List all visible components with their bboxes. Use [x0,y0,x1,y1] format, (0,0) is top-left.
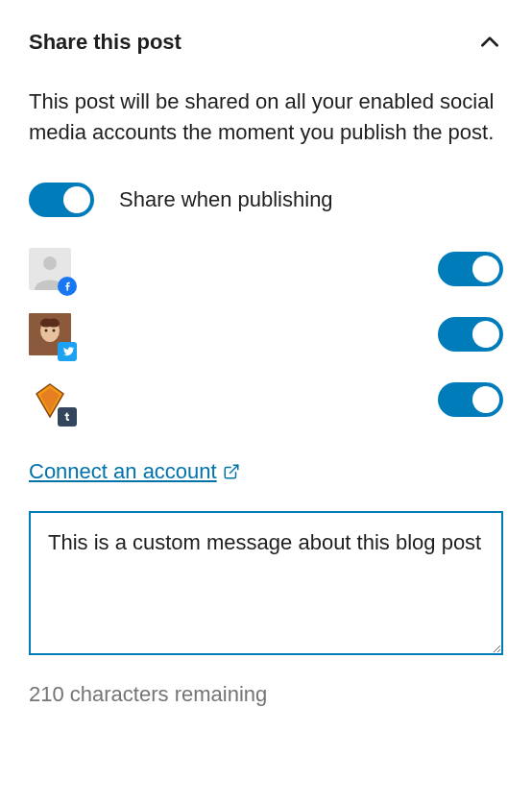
account-toggle-twitter[interactable] [438,317,503,352]
share-when-publishing-label: Share when publishing [119,187,333,212]
panel-title: Share this post [29,30,181,55]
custom-message-input[interactable] [29,511,503,655]
tumblr-icon [58,407,77,427]
connect-account-link[interactable]: Connect an account [29,459,240,484]
svg-line-6 [230,465,237,473]
panel-description: This post will be shared on all your ena… [29,86,503,148]
account-row-twitter [29,313,503,355]
twitter-icon [58,342,77,361]
connect-account-label: Connect an account [29,459,217,484]
facebook-icon [58,277,77,296]
share-when-publishing-toggle[interactable] [29,183,94,217]
account-list [29,248,503,421]
svg-point-3 [45,329,48,331]
characters-remaining: 210 characters remaining [29,682,503,707]
account-row-tumblr [29,378,503,421]
avatar-facebook [29,248,71,290]
external-link-icon [223,463,240,480]
svg-point-0 [43,256,57,270]
account-toggle-tumblr[interactable] [438,382,503,417]
account-toggle-facebook[interactable] [438,252,503,286]
account-row-facebook [29,248,503,290]
avatar-tumblr [29,378,71,421]
avatar-twitter [29,313,71,355]
svg-point-4 [53,329,56,331]
panel-header[interactable]: Share this post [29,29,503,56]
chevron-up-icon [476,29,503,56]
